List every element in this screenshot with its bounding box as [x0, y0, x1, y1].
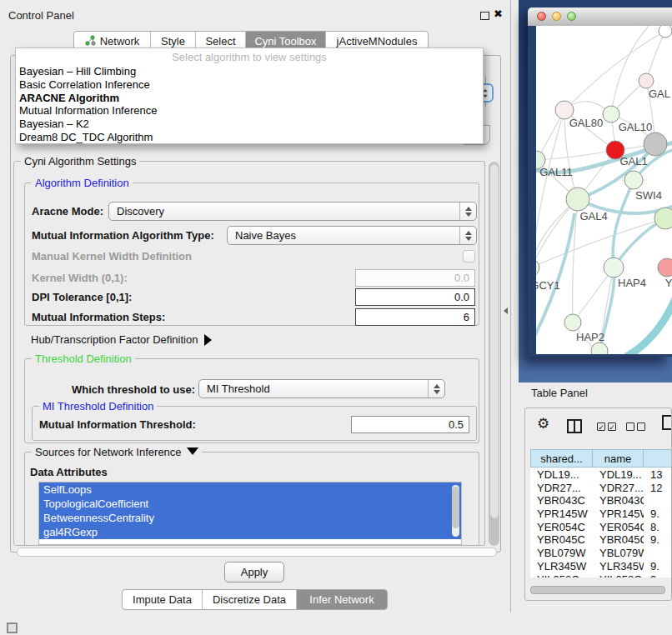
network-node[interactable]	[624, 171, 643, 189]
split-pane-collapse-icon[interactable]	[504, 308, 508, 314]
network-node[interactable]	[644, 132, 667, 156]
table-cell[interactable]: YDR27...	[593, 481, 644, 494]
network-node[interactable]	[659, 26, 672, 38]
algorithm-option[interactable]: Bayesian – K2	[16, 118, 483, 131]
mi-steps-field[interactable]: 6	[355, 308, 475, 326]
network-edge[interactable]	[536, 110, 564, 268]
network-node[interactable]	[536, 259, 539, 276]
data-attribute-item[interactable]: TopologicalCoefficient	[39, 497, 461, 511]
gear-icon[interactable]: ⚙	[537, 417, 549, 431]
network-edge[interactable]	[626, 297, 672, 354]
table-row[interactable]: YDL19...YDL19...13	[530, 468, 672, 481]
tab-discretize-data[interactable]: Discretize Data	[203, 590, 297, 609]
column-header[interactable]	[644, 449, 672, 468]
table-cell[interactable]: YBR043C	[593, 493, 644, 507]
table-row[interactable]: YER054CYER054C8.	[530, 520, 672, 533]
algorithm-option[interactable]: Dream8 DC_TDC Algorithm	[16, 131, 483, 144]
table-cell[interactable]: 9.	[644, 507, 672, 520]
table-cell[interactable]: YIL052C	[593, 572, 644, 578]
network-view-window[interactable]: GALGAL80GAL10GAL1GAL11SWI4GAL4GCY1HAP4YH…	[528, 8, 672, 357]
table-cell[interactable]: YBR043C	[530, 493, 593, 507]
table-cell[interactable]: YDL19...	[530, 468, 593, 481]
network-canvas[interactable]: GALGAL80GAL10GAL1GAL11SWI4GAL4GCY1HAP4YH…	[536, 26, 672, 354]
network-node[interactable]	[603, 106, 619, 122]
table-row[interactable]: YPR145WYPR145W9.	[530, 507, 672, 520]
table-cell[interactable]: YPR145W	[530, 507, 593, 520]
float-window-icon[interactable]	[480, 12, 489, 20]
data-attribute-item[interactable]: BetweennessCentrality	[39, 511, 461, 525]
hub-definition-toggle[interactable]: Hub/Transcription Factor Definition	[31, 333, 212, 346]
data-attribute-item[interactable]: gal4RGexp	[39, 525, 461, 539]
table-cell[interactable]: 12	[644, 481, 672, 494]
network-node[interactable]	[654, 208, 672, 229]
table-cell[interactable]: YIL052C	[530, 572, 593, 578]
dock-panel-icon[interactable]	[7, 622, 18, 633]
table-cell[interactable]: 9	[644, 572, 672, 578]
close-traffic-light-icon[interactable]	[537, 12, 546, 21]
algorithm-option[interactable]: ARACNE Algorithm	[16, 92, 483, 105]
kernel-width-field[interactable]: 0.0	[355, 269, 475, 287]
manual-kernel-width-checkbox[interactable]	[463, 250, 475, 262]
close-icon[interactable]: ✖	[494, 8, 503, 20]
table-cell[interactable]: YBR045C	[593, 532, 644, 546]
table-cell[interactable]: YER054C	[593, 520, 644, 533]
export-table-icon[interactable]	[662, 415, 672, 430]
settings-vertical-scrollbar[interactable]	[489, 162, 499, 546]
zoom-traffic-light-icon[interactable]	[567, 12, 576, 21]
table-cell[interactable]: YPR145W	[593, 507, 644, 520]
network-window-titlebar[interactable]	[528, 8, 672, 27]
algorithm-option[interactable]: Bayesian – Hill Climbing	[16, 65, 483, 78]
algorithm-option[interactable]: Mutual Information Inference	[16, 104, 483, 118]
table-cell[interactable]: YLR345W	[530, 559, 593, 572]
checked-checkbox-icon[interactable]: ✓	[608, 422, 616, 431]
table-cell[interactable]: 9.	[644, 559, 672, 572]
data-attribute-item[interactable]: SelfLoops	[39, 482, 461, 497]
tab-infer-network[interactable]: Infer Network	[297, 590, 387, 609]
algorithm-option[interactable]: Basic Correlation Inference	[16, 78, 483, 92]
table-cell[interactable]: YDR27...	[530, 481, 593, 494]
table-cell[interactable]: YBR045C	[530, 532, 593, 546]
checked-checkbox-icon[interactable]: ✓	[597, 422, 605, 431]
aracne-mode-select[interactable]: Discovery	[108, 202, 477, 221]
table-cell[interactable]	[644, 493, 672, 507]
network-node[interactable]	[591, 342, 608, 354]
table-row[interactable]: YDR27...YDR27...12	[530, 481, 672, 494]
data-attributes-list[interactable]: SelfLoopsTopologicalCoefficientBetweenne…	[38, 482, 462, 545]
table-cell[interactable]: YER054C	[530, 520, 593, 533]
unchecked-checkbox-icon[interactable]	[626, 422, 634, 431]
network-edge[interactable]	[646, 31, 665, 81]
network-edge[interactable]	[611, 26, 649, 114]
table-horizontal-scrollbar[interactable]	[527, 585, 670, 594]
apply-button[interactable]: Apply	[224, 562, 284, 582]
column-header[interactable]: shared...	[530, 449, 593, 468]
table-row[interactable]: YBL079WYBL079W	[530, 546, 672, 559]
table-row[interactable]: YBR045CYBR045C9.	[530, 532, 672, 546]
table-cell[interactable]: 8.	[644, 520, 672, 533]
mi-algorithm-type-select[interactable]: Naive Bayes	[227, 226, 477, 245]
table-cell[interactable]: 9.	[644, 532, 672, 546]
minimize-traffic-light-icon[interactable]	[552, 12, 561, 21]
table-row[interactable]: YLR345WYLR345W9.	[530, 559, 672, 572]
unchecked-checkbox-icon[interactable]	[637, 422, 645, 431]
network-node[interactable]	[604, 258, 624, 278]
table-cell[interactable]: YLR345W	[593, 559, 644, 572]
network-node[interactable]	[639, 73, 654, 88]
table-cell[interactable]	[644, 546, 672, 559]
columns-icon[interactable]	[567, 419, 582, 433]
table-row[interactable]: YIL052CYIL052C9	[530, 572, 672, 578]
table-cell[interactable]: 13	[644, 468, 672, 481]
table-cell[interactable]: YBL079W	[530, 546, 593, 559]
column-header[interactable]: name	[593, 449, 644, 468]
network-node[interactable]	[564, 314, 581, 331]
network-edge[interactable]	[537, 150, 615, 160]
which-threshold-select[interactable]: MI Threshold	[198, 379, 445, 398]
dpi-tolerance-field[interactable]: 0.0	[355, 288, 475, 306]
table-row[interactable]: YBR043CYBR043C	[530, 493, 672, 507]
settings-horizontal-scrollbar[interactable]	[17, 548, 497, 557]
network-node[interactable]	[566, 188, 589, 211]
tab-impute-data[interactable]: Impute Data	[123, 590, 203, 609]
list-scrollbar[interactable]	[452, 485, 459, 537]
table-cell[interactable]: YDL19...	[593, 468, 644, 481]
network-node[interactable]	[658, 258, 672, 277]
table-cell[interactable]: YBL079W	[593, 546, 644, 559]
